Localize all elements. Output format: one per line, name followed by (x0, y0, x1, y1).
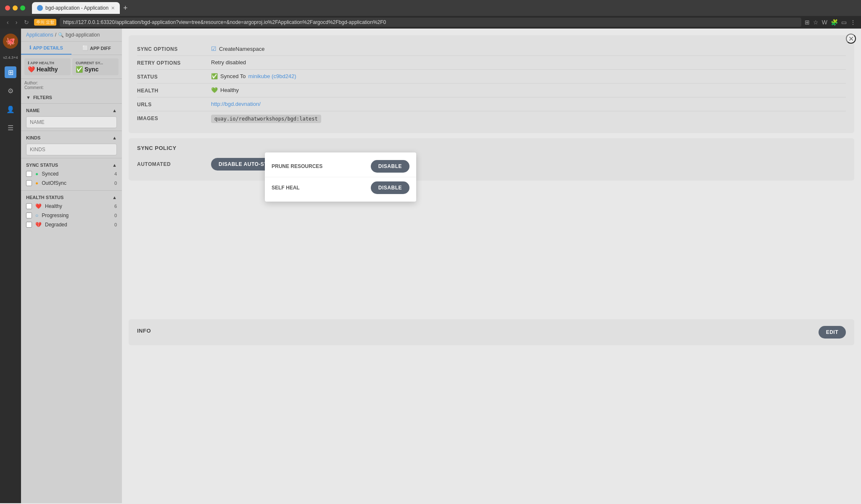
icon-sidebar: 🐙 v2.4.3+4 ⊞ ⚙ 👤 ☰ (0, 29, 21, 503)
comment-label: Comment: (24, 85, 119, 90)
left-panel: Applications / 🔍 bgd-application ℹ APP D… (21, 29, 122, 503)
sidebar-icon-list[interactable]: ☰ (5, 122, 16, 134)
name-filter-header[interactable]: NAME ▲ (26, 106, 117, 115)
prune-resources-row: PRUNE RESOURCES DISABLE (265, 156, 416, 177)
tab-close-button[interactable]: ✕ (111, 5, 115, 11)
filter-item-degraded: 💔 Degraded 0 (26, 220, 117, 229)
self-heal-row: SELF HEAL DISABLE (265, 177, 416, 198)
bookmark-icon[interactable]: ☆ (813, 19, 819, 26)
name-filter-input[interactable] (26, 116, 117, 128)
filter-item-progressing: ○ Progressing 0 (26, 211, 117, 220)
degraded-checkbox[interactable] (26, 222, 32, 228)
tab-app-details[interactable]: ℹ APP DETAILS (21, 42, 71, 55)
sidebar-icon-user[interactable]: 👤 (5, 103, 16, 115)
sync-check-icon: ✅ (76, 66, 83, 73)
breadcrumb-current: bgd-application (66, 32, 100, 38)
new-tab-button[interactable]: + (123, 4, 128, 13)
author-label: Author: (24, 81, 119, 85)
health-status-header[interactable]: HEALTH STATUS ▲ (26, 193, 117, 202)
degraded-count: 0 (114, 222, 117, 227)
health-value: 💚 Healthy (211, 87, 846, 93)
checkbox-icon: ☑ (211, 45, 217, 52)
close-window-button[interactable] (5, 5, 10, 10)
healthy-checkbox[interactable] (26, 203, 32, 209)
url-input[interactable]: https://127.0.0.1:63320/application/bgd-… (60, 18, 801, 27)
images-label: IMAGES (137, 115, 204, 121)
search-icon: 🔍 (58, 32, 64, 38)
retry-options-text: Retry disabled (211, 59, 246, 66)
status-synced-text: Synced To (220, 73, 246, 79)
minimize-window-button[interactable] (13, 5, 18, 10)
reload-button[interactable]: ↻ (22, 18, 31, 26)
current-sync-title: CURRENT SY... (76, 61, 115, 65)
outofsync-checkbox[interactable] (26, 180, 32, 186)
app-health-card: ℹ APP HEALTH ❤️ Healthy (24, 58, 71, 75)
extensions-icon[interactable]: ⊞ (805, 19, 810, 26)
app-health-value: ❤️ Healthy (28, 66, 67, 73)
prune-disable-button[interactable]: DISABLE (371, 160, 409, 173)
synced-checkbox[interactable] (26, 171, 32, 177)
diff-icon: ⬜ (82, 45, 88, 51)
status-sync-icon: ✅ (211, 73, 218, 79)
health-status-label: HEALTH STATUS (26, 195, 63, 200)
edit-button[interactable]: EDIT (819, 326, 846, 339)
name-chevron-up-icon: ▲ (112, 108, 117, 113)
address-bar: ‹ › ↻ 주의 요함 https://127.0.0.1:63320/appl… (0, 16, 861, 29)
images-row: IMAGES quay.io/redhatworkshops/bgd:lates… (137, 111, 846, 126)
info-circle-icon: ℹ (28, 61, 29, 65)
active-tab[interactable]: bgd-application - Application ✕ (32, 2, 120, 14)
status-link[interactable]: minikube (c9bd242) (248, 73, 296, 79)
kinds-filter-input[interactable] (26, 144, 117, 155)
urls-value: http://bgd.devnation/ (211, 101, 846, 107)
menu-icon[interactable]: ⋮ (850, 19, 856, 26)
sync-status-header[interactable]: SYNC STATUS ▲ (26, 161, 117, 169)
sync-options-label: SYNC OPTIONS (137, 45, 204, 52)
breadcrumb-applications-link[interactable]: Applications (26, 32, 53, 38)
retry-options-value: Retry disabled (211, 59, 846, 66)
health-label: HEALTH (137, 87, 204, 94)
filter-funnel-icon: ▼ (26, 95, 31, 100)
back-button[interactable]: ‹ (5, 18, 11, 26)
tab-favicon (37, 5, 43, 11)
urls-link[interactable]: http://bgd.devnation/ (211, 101, 261, 107)
filter-item-synced: ● Synced 4 (26, 169, 117, 178)
progressing-checkbox[interactable] (26, 213, 32, 218)
filters-label: FILTERS (33, 95, 52, 100)
tab-title: bgd-application - Application (45, 5, 108, 11)
sync-options-text: CreateNamespace (219, 46, 264, 52)
automated-label: AUTOMATED (137, 161, 204, 167)
filters-header: ▼ FILTERS (21, 92, 122, 103)
kinds-filter-label: KINDS (26, 135, 40, 140)
kinds-filter-header[interactable]: KINDS ▲ (26, 134, 117, 142)
current-sync-card: CURRENT SY... ✅ Sync (72, 58, 119, 75)
health-chevron-up-icon: ▲ (112, 195, 117, 200)
sync-status-label: SYNC STATUS (26, 163, 58, 168)
current-sync-value: ✅ Sync (76, 66, 115, 73)
forward-button[interactable]: › (14, 18, 19, 26)
app-tabs: ℹ APP DETAILS ⬜ APP DIFF (21, 42, 122, 55)
maximize-window-button[interactable] (20, 5, 25, 10)
prune-resources-label: PRUNE RESOURCES (272, 163, 322, 169)
sidebar-icon[interactable]: ▭ (841, 19, 847, 26)
toolbar-icons: ⊞ ☆ W 🧩 ▭ ⋮ (805, 19, 856, 26)
health-status-filter-section: HEALTH STATUS ▲ ❤️ Healthy 6 ○ Progressi… (21, 190, 122, 232)
name-filter-section: NAME ▲ (21, 103, 122, 131)
filter-item-outofsync: ● OutOfSync 0 (26, 178, 117, 188)
self-heal-disable-button[interactable]: DISABLE (371, 181, 409, 194)
sync-options-section: SYNC OPTIONS ☑ CreateNamespace RETRY OPT… (129, 35, 854, 133)
profile-icon[interactable]: W (822, 19, 827, 26)
images-value: quay.io/redhatworkshops/bgd:latest (211, 115, 846, 123)
sync-options-value: ☑ CreateNamespace (211, 45, 846, 52)
sync-policy-title: SYNC POLICY (137, 145, 846, 151)
sidebar-icon-gear[interactable]: ⚙ (5, 85, 16, 97)
extensions2-icon[interactable]: 🧩 (831, 19, 838, 26)
sidebar-icon-layers[interactable]: ⊞ (5, 66, 16, 78)
urls-row: URLs http://bgd.devnation/ (137, 97, 846, 111)
info-icon: ℹ (29, 45, 31, 50)
tab-app-diff[interactable]: ⬜ APP DIFF (71, 42, 122, 55)
healthy-label: Healthy (45, 203, 62, 209)
main-content: ✕ SYNC OPTIONS ☑ CreateNamespace RETRY O… (122, 29, 861, 503)
app-health-title: ℹ APP HEALTH (28, 61, 67, 65)
automated-row: AUTOMATED DISABLE AUTO-SYNC (137, 155, 846, 174)
close-button[interactable]: ✕ (846, 34, 856, 44)
